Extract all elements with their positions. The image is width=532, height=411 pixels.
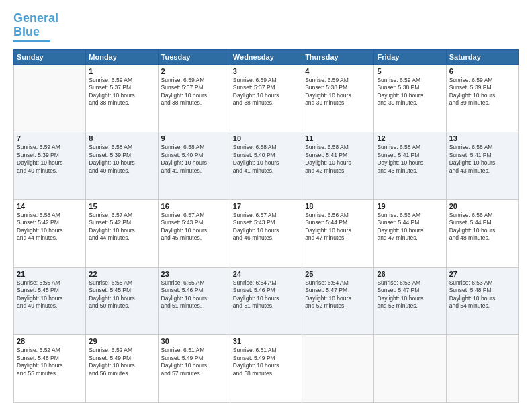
day-number: 16 (161, 202, 227, 210)
day-number: 25 (305, 270, 371, 278)
calendar-cell: 4Sunrise: 6:59 AMSunset: 5:38 PMDaylight… (302, 64, 374, 132)
day-number: 1 (89, 67, 154, 75)
day-number: 26 (377, 270, 443, 278)
calendar-cell: 23Sunrise: 6:55 AMSunset: 5:46 PMDayligh… (158, 267, 230, 335)
day-number: 15 (89, 202, 154, 210)
day-info: Sunrise: 6:57 AMSunset: 5:43 PMDaylight:… (233, 212, 299, 242)
day-info: Sunrise: 6:56 AMSunset: 5:44 PMDaylight:… (449, 212, 515, 242)
day-info: Sunrise: 6:58 AMSunset: 5:40 PMDaylight:… (233, 144, 299, 175)
day-number: 23 (161, 270, 227, 278)
day-number: 3 (233, 67, 299, 75)
calendar-header-row: SundayMondayTuesdayWednesdayThursdayFrid… (14, 49, 519, 64)
day-info: Sunrise: 6:55 AMSunset: 5:45 PMDaylight:… (89, 279, 154, 310)
day-info: Sunrise: 6:56 AMSunset: 5:44 PMDaylight:… (305, 212, 371, 242)
calendar-cell: 20Sunrise: 6:56 AMSunset: 5:44 PMDayligh… (446, 199, 518, 267)
day-info: Sunrise: 6:57 AMSunset: 5:43 PMDaylight:… (161, 212, 227, 242)
calendar-cell: 17Sunrise: 6:57 AMSunset: 5:43 PMDayligh… (230, 199, 302, 267)
calendar-cell: 12Sunrise: 6:58 AMSunset: 5:41 PMDayligh… (374, 132, 446, 200)
day-number: 2 (161, 67, 227, 75)
day-info: Sunrise: 6:54 AMSunset: 5:47 PMDaylight:… (305, 279, 371, 310)
day-number: 31 (233, 337, 299, 345)
day-number: 24 (233, 270, 299, 278)
logo-general: General (13, 11, 58, 25)
day-number: 28 (17, 337, 83, 345)
day-number: 4 (305, 67, 371, 75)
calendar-cell: 19Sunrise: 6:56 AMSunset: 5:44 PMDayligh… (374, 199, 446, 267)
calendar-cell: 3Sunrise: 6:59 AMSunset: 5:37 PMDaylight… (230, 64, 302, 132)
day-info: Sunrise: 6:58 AMSunset: 5:41 PMDaylight:… (449, 144, 515, 175)
calendar-cell: 18Sunrise: 6:56 AMSunset: 5:44 PMDayligh… (302, 199, 374, 267)
calendar-cell: 11Sunrise: 6:58 AMSunset: 5:41 PMDayligh… (302, 132, 374, 200)
day-info: Sunrise: 6:59 AMSunset: 5:37 PMDaylight:… (89, 77, 154, 107)
weekday-header: Saturday (446, 49, 518, 64)
day-number: 29 (89, 337, 154, 345)
day-number: 9 (161, 134, 227, 142)
day-info: Sunrise: 6:58 AMSunset: 5:40 PMDaylight:… (161, 144, 227, 175)
day-info: Sunrise: 6:54 AMSunset: 5:46 PMDaylight:… (233, 279, 299, 310)
calendar-cell (446, 335, 518, 403)
day-info: Sunrise: 6:58 AMSunset: 5:41 PMDaylight:… (305, 144, 371, 175)
calendar-cell (14, 64, 86, 132)
calendar-week-row: 21Sunrise: 6:55 AMSunset: 5:45 PMDayligh… (14, 267, 519, 335)
weekday-header: Wednesday (230, 49, 302, 64)
day-number: 17 (233, 202, 299, 210)
day-info: Sunrise: 6:55 AMSunset: 5:45 PMDaylight:… (17, 279, 83, 310)
calendar-week-row: 7Sunrise: 6:59 AMSunset: 5:39 PMDaylight… (14, 132, 519, 200)
day-number: 10 (233, 134, 299, 142)
calendar-cell: 16Sunrise: 6:57 AMSunset: 5:43 PMDayligh… (158, 199, 230, 267)
calendar-cell: 14Sunrise: 6:58 AMSunset: 5:42 PMDayligh… (14, 199, 86, 267)
day-info: Sunrise: 6:53 AMSunset: 5:47 PMDaylight:… (377, 279, 443, 310)
day-number: 27 (449, 270, 515, 278)
logo-divider (13, 40, 50, 42)
calendar-cell (374, 335, 446, 403)
weekday-header: Tuesday (158, 49, 230, 64)
calendar-week-row: 1Sunrise: 6:59 AMSunset: 5:37 PMDaylight… (14, 64, 519, 132)
weekday-header: Monday (86, 49, 158, 64)
calendar-cell: 26Sunrise: 6:53 AMSunset: 5:47 PMDayligh… (374, 267, 446, 335)
logo-blue: Blue (13, 25, 40, 38)
calendar-cell: 1Sunrise: 6:59 AMSunset: 5:37 PMDaylight… (86, 64, 158, 132)
day-number: 18 (305, 202, 371, 210)
day-info: Sunrise: 6:59 AMSunset: 5:37 PMDaylight:… (161, 77, 227, 107)
calendar-cell: 13Sunrise: 6:58 AMSunset: 5:41 PMDayligh… (446, 132, 518, 200)
day-number: 7 (17, 134, 83, 142)
day-number: 30 (161, 337, 227, 345)
weekday-header: Sunday (14, 49, 86, 64)
calendar-cell: 25Sunrise: 6:54 AMSunset: 5:47 PMDayligh… (302, 267, 374, 335)
logo-text: General Blue (13, 12, 58, 39)
day-info: Sunrise: 6:51 AMSunset: 5:49 PMDaylight:… (161, 347, 227, 377)
calendar-cell: 15Sunrise: 6:57 AMSunset: 5:42 PMDayligh… (86, 199, 158, 267)
calendar-week-row: 28Sunrise: 6:52 AMSunset: 5:48 PMDayligh… (14, 335, 519, 403)
calendar-cell: 28Sunrise: 6:52 AMSunset: 5:48 PMDayligh… (14, 335, 86, 403)
day-number: 12 (377, 134, 443, 142)
day-number: 22 (89, 270, 154, 278)
day-info: Sunrise: 6:59 AMSunset: 5:38 PMDaylight:… (305, 77, 371, 107)
calendar-cell: 29Sunrise: 6:52 AMSunset: 5:49 PMDayligh… (86, 335, 158, 403)
day-info: Sunrise: 6:52 AMSunset: 5:49 PMDaylight:… (89, 347, 154, 377)
calendar-cell: 24Sunrise: 6:54 AMSunset: 5:46 PMDayligh… (230, 267, 302, 335)
day-number: 14 (17, 202, 83, 210)
day-number: 20 (449, 202, 515, 210)
day-info: Sunrise: 6:58 AMSunset: 5:41 PMDaylight:… (377, 144, 443, 175)
weekday-header: Thursday (302, 49, 374, 64)
calendar-cell: 7Sunrise: 6:59 AMSunset: 5:39 PMDaylight… (14, 132, 86, 200)
calendar-cell (302, 335, 374, 403)
calendar-cell: 5Sunrise: 6:59 AMSunset: 5:38 PMDaylight… (374, 64, 446, 132)
logo: General Blue (13, 12, 58, 42)
calendar-cell: 21Sunrise: 6:55 AMSunset: 5:45 PMDayligh… (14, 267, 86, 335)
day-info: Sunrise: 6:56 AMSunset: 5:44 PMDaylight:… (377, 212, 443, 242)
day-info: Sunrise: 6:53 AMSunset: 5:48 PMDaylight:… (449, 279, 515, 310)
calendar-cell: 2Sunrise: 6:59 AMSunset: 5:37 PMDaylight… (158, 64, 230, 132)
calendar-cell: 10Sunrise: 6:58 AMSunset: 5:40 PMDayligh… (230, 132, 302, 200)
day-number: 6 (449, 67, 515, 75)
day-number: 5 (377, 67, 443, 75)
day-info: Sunrise: 6:59 AMSunset: 5:39 PMDaylight:… (17, 144, 83, 175)
calendar-cell: 8Sunrise: 6:58 AMSunset: 5:39 PMDaylight… (86, 132, 158, 200)
day-number: 11 (305, 134, 371, 142)
day-info: Sunrise: 6:59 AMSunset: 5:37 PMDaylight:… (233, 77, 299, 107)
day-info: Sunrise: 6:58 AMSunset: 5:39 PMDaylight:… (89, 144, 154, 175)
calendar-cell: 30Sunrise: 6:51 AMSunset: 5:49 PMDayligh… (158, 335, 230, 403)
day-number: 13 (449, 134, 515, 142)
day-info: Sunrise: 6:59 AMSunset: 5:38 PMDaylight:… (377, 77, 443, 107)
calendar-cell: 31Sunrise: 6:51 AMSunset: 5:49 PMDayligh… (230, 335, 302, 403)
